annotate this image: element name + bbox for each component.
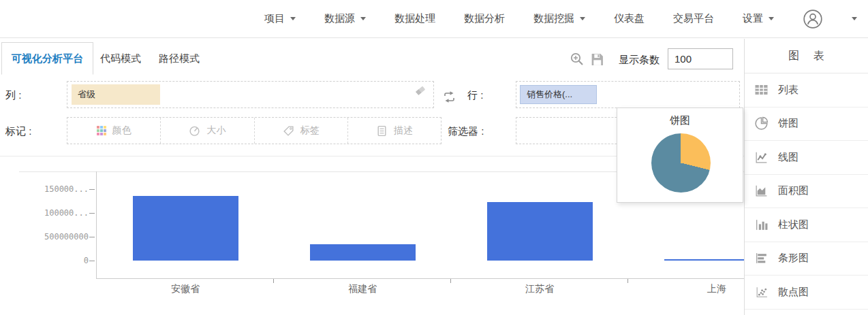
pie-chart-preview-tooltip: 饼图 [617, 107, 743, 203]
sidebar-item-label: 柱状图 [778, 218, 809, 231]
y-axis-line [96, 171, 97, 278]
chevron-down-icon [769, 17, 774, 20]
x-axis-label: 福建省 [322, 283, 403, 295]
y-axis-label: 150000... [18, 184, 89, 194]
y-axis-label: 100000... [18, 208, 89, 218]
chart-bar[interactable] [487, 202, 593, 261]
bar-chart-icon [754, 251, 769, 265]
chart-bar[interactable] [133, 196, 238, 261]
sidebar-title: 图 表 [745, 39, 868, 73]
x-axis-label: 上海 [676, 283, 744, 295]
column-chart-icon [754, 218, 769, 232]
user-avatar-icon [803, 9, 823, 29]
chart-type-line[interactable]: 线图 [745, 141, 868, 175]
chart-type-sidebar: 图 表 列表 饼图 线图 [744, 39, 868, 315]
x-axis-label: 江苏省 [499, 283, 580, 295]
y-axis-tick [89, 261, 95, 261]
sidebar-item-label: 条形图 [778, 252, 809, 265]
tooltip-title: 饼图 [617, 114, 743, 127]
scatter-chart-icon [754, 285, 769, 299]
sidebar-item-label: 散点图 [778, 286, 809, 299]
bi-analysis-app: 项目 数据源 数据处理 数据分析 数据挖掘 仪表盘 交易平台 设置 [0, 0, 868, 315]
chart-type-scatter[interactable]: 散点图 [745, 276, 868, 310]
user-avatar-button[interactable] [803, 9, 823, 29]
chart-type-table[interactable]: 列表 [745, 73, 868, 107]
area-chart-icon [754, 184, 769, 198]
x-axis-tick [450, 279, 451, 283]
chart-bar[interactable] [310, 244, 416, 261]
nav-item-settings[interactable]: 设置 [743, 12, 774, 25]
x-axis-tick [627, 279, 628, 283]
sidebar-item-label: 线图 [778, 151, 799, 164]
chart-type-bar[interactable]: 条形图 [745, 242, 868, 276]
sidebar-item-label: 面积图 [778, 184, 809, 197]
y-axis-tick [89, 213, 95, 214]
y-axis-label: 500000000 [18, 232, 89, 242]
chart-type-area[interactable]: 面积图 [745, 175, 868, 209]
line-chart-icon [754, 150, 769, 165]
y-axis-label: 0 [18, 256, 89, 265]
sidebar-item-label: 饼图 [778, 117, 799, 130]
chart-type-column[interactable]: 柱状图 [745, 208, 868, 242]
user-menu-caret[interactable] [852, 17, 857, 20]
nav-label: 设置 [743, 12, 763, 25]
x-axis-line [96, 278, 744, 279]
x-axis-tick [273, 279, 274, 283]
table-icon [754, 84, 769, 96]
x-axis-label: 安徽省 [144, 283, 226, 295]
sidebar-item-label: 列表 [778, 84, 799, 97]
y-axis-tick [89, 237, 95, 237]
pie-chart-icon [754, 116, 769, 131]
chart-type-pie[interactable]: 饼图 [745, 107, 868, 142]
chevron-down-icon [852, 17, 857, 20]
y-axis-tick [89, 189, 95, 190]
chart-bar[interactable] [664, 259, 745, 261]
pie-preview-image [651, 133, 711, 193]
